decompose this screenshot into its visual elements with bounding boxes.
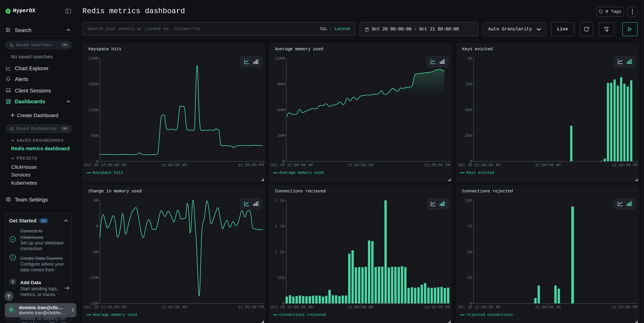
svg-text:11:30:00 PM: 11:30:00 PM <box>238 305 264 310</box>
svg-text:250: 250 <box>465 133 472 138</box>
svg-text:11:30:00 PM: 11:30:00 PM <box>238 163 264 167</box>
svg-text:11:00:00 AM: 11:00:00 AM <box>161 163 187 167</box>
svg-text:11:00:00 AM: 11:00:00 AM <box>348 305 373 310</box>
svg-text:1.7K: 1.7K <box>275 224 285 229</box>
svg-text:30M: 30M <box>278 133 285 138</box>
svg-text:220K: 220K <box>88 56 98 61</box>
svg-text:165K: 165K <box>88 82 98 87</box>
svg-text:-6M: -6M <box>91 250 98 255</box>
svg-text:Oct 20 12:00:00 AM: Oct 20 12:00:00 AM <box>271 305 313 310</box>
svg-text:6M: 6M <box>93 198 98 203</box>
svg-text:1.1K: 1.1K <box>275 250 285 255</box>
svg-text:Oct 20 12:00:00 AM: Oct 20 12:00:00 AM <box>458 163 500 167</box>
svg-text:2.2K: 2.2K <box>275 198 285 203</box>
svg-text:Oct 20 12:00:00 AM: Oct 20 12:00:00 AM <box>458 305 500 310</box>
svg-text:11:30:00 PM: 11:30:00 PM <box>424 305 450 310</box>
svg-text:11:00:00 AM: 11:00:00 AM <box>161 305 187 310</box>
svg-text:25: 25 <box>467 276 472 280</box>
svg-text:90M: 90M <box>278 82 285 87</box>
svg-text:Oct 20 12:00:00 AM: Oct 20 12:00:00 AM <box>84 305 126 310</box>
svg-text:110K: 110K <box>88 108 98 112</box>
svg-text:50: 50 <box>467 250 472 255</box>
svg-text:550: 550 <box>278 276 285 280</box>
svg-text:55K: 55K <box>91 133 98 138</box>
svg-text:11:00:00 AM: 11:00:00 AM <box>535 163 560 167</box>
svg-text:Oct 20 12:00:00 AM: Oct 20 12:00:00 AM <box>84 163 126 167</box>
svg-text:11:00:00 AM: 11:00:00 AM <box>348 163 373 167</box>
svg-text:0: 0 <box>96 224 98 229</box>
svg-text:11:30:00 PM: 11:30:00 PM <box>612 305 637 310</box>
svg-text:11:30:00 PM: 11:30:00 PM <box>424 163 450 167</box>
svg-text:120M: 120M <box>275 56 285 61</box>
svg-text:-12M: -12M <box>88 276 98 280</box>
svg-text:60M: 60M <box>278 108 285 112</box>
svg-text:11:00:00 AM: 11:00:00 AM <box>535 305 560 310</box>
svg-text:100: 100 <box>465 198 472 203</box>
svg-text:Oct 20 12:00:00 AM: Oct 20 12:00:00 AM <box>271 163 313 167</box>
svg-text:500: 500 <box>465 108 472 112</box>
svg-text:750: 750 <box>465 82 472 87</box>
svg-text:1K: 1K <box>467 56 472 61</box>
svg-text:75: 75 <box>467 224 472 229</box>
svg-text:11:30:00 PM: 11:30:00 PM <box>612 163 637 167</box>
